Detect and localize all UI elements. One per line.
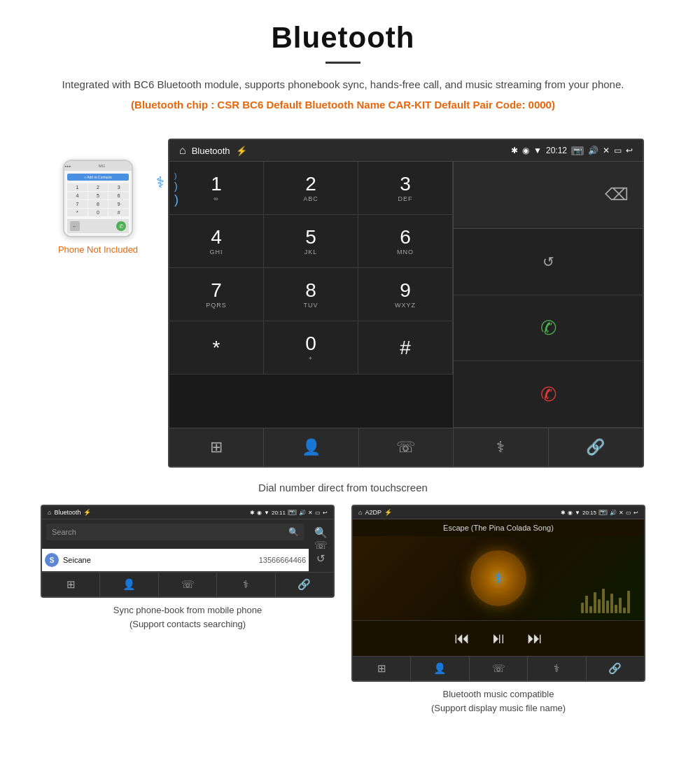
pb-nav-link[interactable]: 🔗 [276, 573, 333, 596]
pb-nav-contacts[interactable]: 👤 [100, 573, 158, 596]
pb-side-search-icon[interactable]: 🔍 [314, 526, 328, 539]
dial-key-star[interactable]: * [169, 321, 264, 374]
music-win-icon[interactable]: ▭ [626, 510, 631, 516]
dial-key-0[interactable]: 0+ [264, 321, 358, 374]
dial-area: 1∞ 2ABC 3DEF 4GHI 5JKL 6MNO 7PQRS 8TUV 9… [169, 162, 643, 428]
music-caption: Bluetooth music compatible(Support displ… [431, 687, 566, 715]
search-icon: 🔍 [288, 527, 299, 537]
dial-key-7[interactable]: 7PQRS [169, 268, 264, 321]
dial-key-3[interactable]: 3DEF [358, 162, 453, 215]
contact-phone: 13566664466 [259, 556, 306, 564]
music-nav-contacts[interactable]: 👤 [411, 657, 469, 680]
call-button[interactable]: ✆ [454, 295, 643, 362]
pb-cam-icon: 📷 [288, 510, 297, 515]
pb-vol-icon[interactable]: 🔊 [299, 510, 306, 516]
pb-signal-icon: ▼ [264, 510, 270, 516]
pb-usb-icon: ⚡ [83, 509, 91, 516]
close-icon[interactable]: ✕ [603, 146, 610, 155]
music-nav-link[interactable]: 🔗 [587, 657, 644, 680]
home-icon[interactable]: ⌂ [179, 144, 186, 157]
nav-keypad-button[interactable]: ⊞ [169, 428, 264, 466]
backspace-button[interactable]: ⌫ [605, 185, 629, 204]
clock: 20:12 [546, 146, 567, 155]
equalizer [581, 585, 630, 613]
music-close-icon[interactable]: ✕ [619, 510, 624, 516]
car-status-right: ✱ ◉ ▼ 20:12 📷 🔊 ✕ ▭ ↩ [511, 146, 633, 155]
pb-home-icon[interactable]: ⌂ [48, 509, 51, 516]
camera-icon: 📷 [571, 146, 584, 155]
pb-nav-call[interactable]: ☏ [159, 573, 217, 596]
dial-key-hash[interactable]: # [358, 321, 453, 374]
window-icon[interactable]: ▭ [614, 146, 622, 155]
pb-win-icon[interactable]: ▭ [315, 510, 321, 516]
gps-icon: ◉ [522, 146, 529, 155]
music-screen: ⌂ A2DP ⚡ ✱ ◉ ▼ 20:15 📷 🔊 ✕ ▭ ↩ [351, 505, 645, 682]
music-vinyl: ⚕ [470, 550, 526, 606]
nav-contacts-button[interactable]: 👤 [264, 428, 358, 466]
dial-key-4[interactable]: 4GHI [169, 215, 264, 268]
pb-close-icon[interactable]: ✕ [308, 510, 313, 516]
page-description: Integrated with BC6 Bluetooth module, su… [42, 76, 644, 93]
nav-link-button[interactable]: 🔗 [549, 428, 643, 466]
music-usb-icon: ⚡ [384, 509, 392, 516]
phone-call-btn: ✆ [116, 221, 126, 231]
music-nav-call[interactable]: ☏ [470, 657, 528, 680]
play-pause-button[interactable]: ⏯ [491, 629, 506, 648]
search-bar[interactable]: Search 🔍 [46, 524, 304, 540]
nav-bluetooth-button[interactable]: ⚕ [454, 428, 548, 466]
end-call-button[interactable]: ✆ [454, 361, 643, 428]
music-vol-icon[interactable]: 🔊 [610, 510, 617, 516]
bluetooth-signal: ⚕ ) ) ) [156, 174, 164, 192]
music-cam-icon: 📷 [598, 510, 608, 515]
pb-time: 20:11 [272, 510, 286, 516]
phonebook-status-bar: ⌂ Bluetooth ⚡ ✱ ◉ ▼ 20:11 📷 🔊 ✕ ▭ ↩ [42, 506, 333, 519]
dial-key-5[interactable]: 5JKL [264, 215, 358, 268]
music-title-bar: Escape (The Pina Colada Song) [353, 519, 644, 536]
phone-left-panel: ●●●MG + Add to Contacts 1 2 3 4 5 6 7 8 … [42, 139, 154, 255]
music-nav-bt[interactable]: ⚕ [528, 657, 586, 680]
music-nav-keypad[interactable]: ⊞ [353, 657, 411, 680]
music-bt-icon: ✱ [561, 510, 566, 516]
music-gps-icon: ◉ [568, 510, 573, 516]
dial-right-panel: ⌫ ↺ ✆ ✆ [454, 162, 643, 428]
music-time: 20:15 [582, 510, 596, 516]
pb-nav-bt[interactable]: ⚕ [217, 573, 275, 596]
eq-bar [610, 594, 613, 613]
music-home-icon[interactable]: ⌂ [358, 509, 362, 516]
eq-bar [602, 589, 605, 613]
phone-key: * [67, 209, 88, 216]
bottom-screenshots: ⌂ Bluetooth ⚡ ✱ ◉ ▼ 20:11 📷 🔊 ✕ ▭ ↩ [0, 505, 686, 729]
phonebook-sidebar: 🔍 ☏ ↺ [309, 519, 333, 572]
dial-display: ⌫ [454, 162, 643, 229]
phone-key: 2 [88, 183, 108, 191]
music-controls: ⏮ ⏯ ⏭ [353, 620, 644, 656]
vinyl-bt-icon: ⚕ [495, 570, 503, 587]
dial-key-2[interactable]: 2ABC [264, 162, 358, 215]
eq-bar [589, 606, 592, 613]
car-bottom-nav: ⊞ 👤 ☏ ⚕ 🔗 [169, 428, 643, 466]
nav-call-button[interactable]: ☏ [359, 428, 454, 466]
pb-nav-keypad[interactable]: ⊞ [42, 573, 100, 596]
redial-button[interactable]: ↺ [454, 229, 643, 295]
pb-side-call-icon[interactable]: ☏ [314, 539, 328, 552]
dial-caption: Dial number direct from touchscreen [0, 475, 686, 505]
music-back-icon[interactable]: ↩ [634, 510, 638, 516]
prev-track-button[interactable]: ⏮ [454, 629, 470, 648]
phone-key: 9 [108, 200, 129, 208]
music-art-area: ⚕ [353, 536, 644, 620]
phone-screen: + Add to Contacts 1 2 3 4 5 6 7 8 9 * 0 … [64, 171, 132, 236]
dial-key-8[interactable]: 8TUV [264, 268, 358, 321]
contact-row[interactable]: S Seicane 13566664466 [42, 549, 309, 572]
eq-bar [615, 605, 617, 613]
dial-key-9[interactable]: 9WXYZ [358, 268, 453, 321]
pb-side-refresh-icon[interactable]: ↺ [316, 552, 326, 565]
volume-icon[interactable]: 🔊 [588, 146, 598, 155]
page-specs: (Bluetooth chip : CSR BC6 Default Blueto… [42, 99, 644, 111]
phonebook-caption: Sync phone-book from mobile phone(Suppor… [113, 603, 262, 631]
back-icon[interactable]: ↩ [626, 146, 633, 155]
dial-key-6[interactable]: 6MNO [358, 215, 453, 268]
next-track-button[interactable]: ⏭ [527, 629, 542, 648]
dial-key-1[interactable]: 1∞ [169, 162, 264, 215]
phonebook-screen: ⌂ Bluetooth ⚡ ✱ ◉ ▼ 20:11 📷 🔊 ✕ ▭ ↩ [41, 505, 335, 598]
pb-back-icon[interactable]: ↩ [323, 510, 328, 516]
